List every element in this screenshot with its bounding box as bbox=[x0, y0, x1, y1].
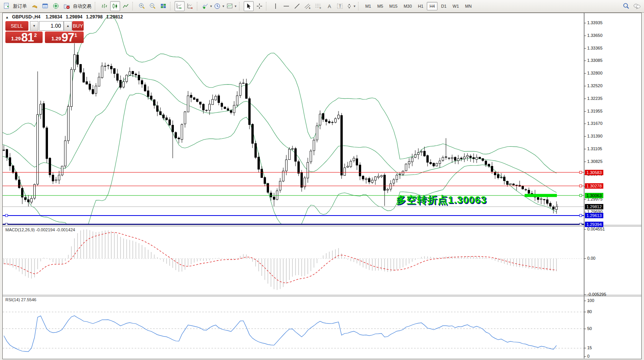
label-tool[interactable]: T bbox=[335, 1, 345, 11]
timeframe-m1[interactable]: M1 bbox=[363, 2, 374, 10]
candle-body bbox=[95, 86, 97, 93]
toolbar-separator bbox=[239, 2, 242, 10]
candle-body bbox=[279, 181, 281, 190]
trendline-icon bbox=[294, 3, 300, 9]
candle-body bbox=[150, 96, 152, 100]
candle-body bbox=[433, 163, 435, 166]
text-tool[interactable]: A bbox=[324, 1, 334, 11]
candle-body bbox=[181, 124, 183, 139]
candle-body bbox=[384, 175, 386, 191]
candle-body bbox=[286, 160, 287, 171]
candle-body bbox=[479, 157, 481, 159]
tile-windows-button[interactable] bbox=[159, 1, 168, 11]
candle-body bbox=[457, 159, 459, 161]
candle-body bbox=[341, 115, 343, 175]
timeframe-mn[interactable]: MN bbox=[462, 2, 474, 10]
candle-body bbox=[473, 158, 475, 159]
trendline-tool[interactable] bbox=[292, 1, 302, 11]
pivot-highlight-segment[interactable] bbox=[525, 194, 557, 197]
candle-body bbox=[393, 180, 395, 183]
main-chart[interactable] bbox=[1, 15, 584, 244]
timeframe-h1[interactable]: H1 bbox=[415, 2, 426, 10]
horizontal-line-tool[interactable] bbox=[281, 1, 291, 11]
line-handle[interactable] bbox=[580, 185, 582, 187]
collapse-arrow-icon[interactable]: ▲ bbox=[5, 15, 9, 19]
line-handle[interactable] bbox=[580, 171, 582, 174]
candle-body bbox=[405, 164, 407, 171]
candle-body bbox=[418, 153, 419, 154]
chat-icon bbox=[633, 3, 641, 10]
timeframe-m15[interactable]: M15 bbox=[386, 2, 400, 10]
autotrading-label[interactable]: 自动交易 bbox=[73, 3, 91, 10]
crosshair-tool-button[interactable] bbox=[254, 1, 264, 11]
toolbar-separator bbox=[358, 2, 361, 10]
timeframe-d1[interactable]: D1 bbox=[438, 2, 449, 10]
candle-body bbox=[282, 171, 284, 181]
autotrading-icon bbox=[63, 3, 70, 10]
zoom-out-button[interactable] bbox=[148, 1, 158, 11]
channel-tool[interactable]: E bbox=[303, 1, 313, 11]
candle-body bbox=[482, 159, 484, 161]
market-watch-button[interactable] bbox=[40, 1, 50, 11]
cursor-tool-button[interactable] bbox=[244, 1, 254, 11]
arrows-tool[interactable]: ▼ bbox=[346, 1, 357, 11]
volume-increase-button[interactable]: ▲ bbox=[64, 21, 72, 31]
new-order-button[interactable] bbox=[2, 1, 12, 11]
autotrading-button[interactable] bbox=[62, 1, 72, 11]
candle-body bbox=[442, 158, 444, 161]
candle-body bbox=[236, 96, 238, 105]
chat-button[interactable] bbox=[632, 1, 642, 11]
line-handle[interactable] bbox=[580, 194, 582, 197]
text-icon: A bbox=[326, 3, 332, 9]
timeframe-m30[interactable]: M30 bbox=[401, 2, 414, 10]
candle-body bbox=[365, 179, 367, 180]
chart-profile-button[interactable] bbox=[30, 1, 40, 11]
candle-body bbox=[408, 161, 410, 164]
navigator-button[interactable] bbox=[51, 1, 61, 11]
buy-button[interactable]: BUY bbox=[72, 21, 84, 31]
rsi-panel[interactable] bbox=[3, 312, 584, 352]
chart-shift-icon bbox=[187, 3, 194, 10]
candle-body bbox=[123, 81, 125, 87]
zoom-out-icon bbox=[149, 3, 156, 10]
candlestick-chart-button[interactable] bbox=[110, 1, 120, 11]
chart-annotation-text[interactable]: 多空转折点1.30063 bbox=[396, 193, 487, 207]
candle-body bbox=[233, 105, 235, 113]
timeframe-h4[interactable]: H4 bbox=[427, 2, 438, 10]
auto-scroll-button[interactable] bbox=[175, 1, 185, 11]
indicators-button[interactable]: ▼ bbox=[201, 1, 213, 11]
svg-text:E: E bbox=[309, 7, 310, 9]
volume-input[interactable]: 1.00 bbox=[39, 21, 64, 31]
candle-body bbox=[89, 84, 91, 89]
candle-body bbox=[461, 158, 462, 159]
bar-chart-button[interactable] bbox=[99, 1, 109, 11]
candle-body bbox=[445, 157, 447, 157]
buy-price-panel[interactable]: 1.29 97 1 bbox=[45, 32, 84, 43]
macd-panel[interactable] bbox=[3, 229, 584, 290]
chart-canvas[interactable] bbox=[0, 0, 644, 360]
timeframe-m5[interactable]: M5 bbox=[375, 2, 386, 10]
candle-body bbox=[329, 121, 330, 123]
vertical-line-tool[interactable] bbox=[271, 1, 281, 11]
candle-body bbox=[301, 173, 303, 187]
candle-body bbox=[68, 106, 69, 141]
chart-shift-button[interactable] bbox=[185, 1, 195, 11]
templates-button[interactable]: ▼ bbox=[226, 1, 238, 11]
candle-body bbox=[117, 74, 119, 80]
sell-price-panel[interactable]: 1.29 81 2 bbox=[5, 32, 43, 43]
candle-body bbox=[525, 189, 527, 190]
line-handle[interactable] bbox=[5, 214, 8, 217]
line-chart-button[interactable] bbox=[121, 1, 131, 11]
search-button[interactable] bbox=[621, 1, 631, 11]
candle-body bbox=[289, 149, 291, 159]
timeframe-w1[interactable]: W1 bbox=[450, 2, 462, 10]
fibonacci-tool[interactable]: F bbox=[314, 1, 324, 11]
periods-button[interactable]: ▼ bbox=[214, 1, 225, 11]
zoom-in-button[interactable] bbox=[137, 1, 147, 11]
line-handle[interactable] bbox=[580, 214, 582, 217]
new-order-label[interactable]: 新订单 bbox=[13, 3, 27, 10]
candle-body bbox=[215, 96, 217, 100]
volume-decrease-button[interactable]: ▼ bbox=[30, 21, 38, 31]
sell-button[interactable]: SELL bbox=[5, 21, 28, 31]
dropdown-caret: ▼ bbox=[353, 5, 356, 8]
